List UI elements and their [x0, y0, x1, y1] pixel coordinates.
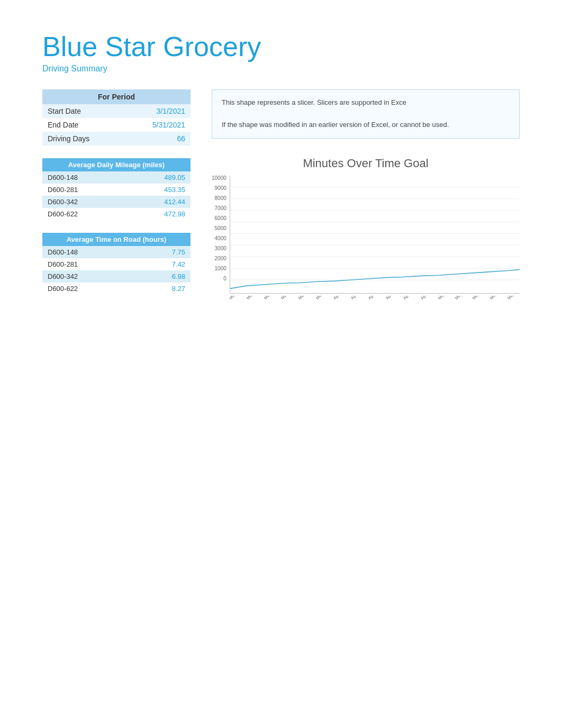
mileage-row-3-value: 472.98 [126, 208, 191, 220]
start-date-label: Start Date [42, 104, 123, 118]
y-label-5000: 5000 [215, 226, 226, 231]
x-label-mar23: Mar 23 [298, 296, 311, 301]
x-label-may18: May 18 [472, 296, 485, 301]
company-title: Blue Star Grocery [42, 32, 520, 62]
x-label-mar05: Mar 05 [246, 296, 258, 301]
x-label-apr14: Apr 14 [367, 296, 379, 301]
x-label-may28: May 28 [506, 296, 520, 301]
slicer-line2: If the shape was modified in an earlier … [222, 120, 510, 131]
end-date-value: 5/31/2021 [123, 118, 191, 132]
time-row-2-value: 6.98 [135, 270, 191, 283]
x-label-mar17: Mar 17 [280, 296, 293, 301]
mileage-row-1-value: 453.35 [126, 184, 191, 196]
time-row-2-label: D600-342 [42, 270, 135, 283]
y-label-4000: 4000 [215, 236, 226, 241]
x-label-apr02: Apr 02 [332, 296, 345, 301]
y-label-0: 0 [223, 276, 226, 281]
y-label-3000: 3000 [215, 246, 226, 251]
mileage-table: Average Daily Mileage (miles) D600-148 4… [42, 158, 191, 220]
time-row-0-value: 7.75 [135, 246, 191, 258]
mileage-table-header: Average Daily Mileage (miles) [42, 158, 191, 171]
y-axis: 10000 9000 8000 7000 6000 5000 4000 3000… [212, 176, 230, 281]
x-label-apr30: Apr 30 [420, 296, 432, 301]
y-label-8000: 8000 [215, 196, 226, 201]
page-container: Blue Star Grocery Driving Summary For Pe… [0, 0, 562, 359]
time-row-0-label: D600-148 [42, 246, 135, 258]
period-table-header: For Period [42, 89, 191, 104]
driving-days-label: Driving Days [42, 132, 123, 145]
right-panel: This shape represents a slicer. Slicers … [212, 89, 520, 327]
slicer-notice: This shape represents a slicer. Slicers … [212, 89, 520, 138]
y-label-6000: 6000 [215, 216, 226, 221]
period-table: For Period Start Date 3/1/2021 End Date … [42, 89, 191, 145]
y-label-9000: 9000 [215, 186, 226, 191]
time-row-1-label: D600-281 [42, 258, 135, 270]
y-label-1000: 1000 [215, 266, 226, 271]
chart-title: Minutes Over Time Goal [212, 157, 520, 170]
x-label-mar01: Mar 01 [230, 296, 241, 301]
x-label-apr26: Apr 26 [402, 296, 414, 301]
main-content: For Period Start Date 3/1/2021 End Date … [42, 89, 520, 327]
mileage-row-1-label: D600-281 [42, 184, 126, 196]
y-label-2000: 2000 [215, 256, 226, 261]
x-label-mar29: Mar 29 [315, 296, 328, 301]
slicer-line1: This shape represents a slicer. Slicers … [222, 97, 510, 108]
mileage-row-0-label: D600-148 [42, 171, 126, 184]
start-date-value: 3/1/2021 [123, 104, 191, 118]
x-label-may24: May 24 [489, 296, 502, 301]
chart-plot [230, 176, 520, 294]
y-label-10000: 10000 [212, 176, 226, 181]
mileage-row-3-label: D600-622 [42, 208, 126, 220]
left-panel: For Period Start Date 3/1/2021 End Date … [42, 89, 191, 307]
x-label-mar11: Mar 11 [263, 296, 276, 301]
time-row-3-label: D600-622 [42, 283, 135, 295]
x-label-apr20: Apr 20 [385, 296, 397, 301]
driving-days-value: 66 [123, 132, 191, 145]
time-row-3-value: 8.27 [135, 283, 191, 295]
x-label-may12: May 12 [455, 296, 468, 301]
mileage-row-0-value: 489.05 [126, 171, 191, 184]
chart-container: Minutes Over Time Goal 10000 9000 8000 7… [212, 151, 520, 328]
report-subtitle: Driving Summary [42, 64, 520, 74]
x-label-apr08: Apr 08 [350, 296, 362, 301]
time-table-header: Average Time on Road (hours) [42, 233, 191, 246]
x-label-may06: May 06 [437, 296, 450, 301]
mileage-row-2-label: D600-342 [42, 196, 126, 208]
end-date-label: End Date [42, 118, 123, 132]
chart-svg [230, 176, 520, 292]
time-row-1-value: 7.42 [135, 258, 191, 270]
time-table: Average Time on Road (hours) D600-148 7.… [42, 233, 191, 295]
mileage-row-2-value: 412.44 [126, 196, 191, 208]
x-axis-labels: Mar 01 Mar 05 Mar 11 Mar 17 Mar 23 Mar 2… [230, 296, 520, 327]
y-label-7000: 7000 [215, 206, 226, 211]
